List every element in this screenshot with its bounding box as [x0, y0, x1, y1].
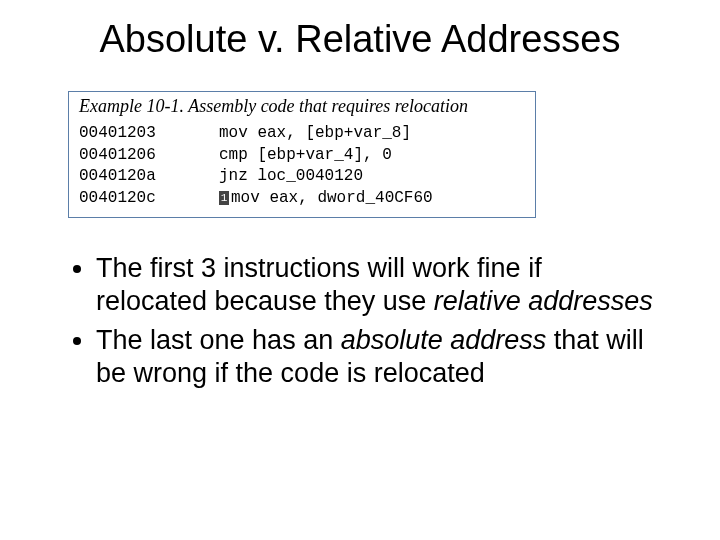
- code-example-box: Example 10-1. Assembly code that require…: [68, 91, 536, 218]
- slide: Absolute v. Relative Addresses Example 1…: [0, 0, 720, 540]
- bullet-item: The last one has an absolute address tha…: [96, 324, 660, 390]
- code-listing: 00401203 mov eax, [ebp+var_8] 00401206 c…: [79, 123, 525, 209]
- code-line: 00401203 mov eax, [ebp+var_8]: [79, 123, 525, 145]
- bullet-list: The first 3 instructions will work fine …: [72, 252, 660, 390]
- bullet-item: The first 3 instructions will work fine …: [96, 252, 660, 318]
- code-instruction: jnz loc_0040120: [219, 166, 363, 188]
- bullet-emphasis: relative addresses: [434, 286, 653, 316]
- code-instruction: cmp [ebp+var_4], 0: [219, 145, 392, 167]
- code-address: 0040120c: [79, 188, 219, 210]
- code-instruction-text: mov eax, dword_40CF60: [231, 189, 433, 207]
- callout-marker-icon: 1: [219, 191, 229, 205]
- code-instruction: 1mov eax, dword_40CF60: [219, 188, 433, 210]
- code-address: 00401203: [79, 123, 219, 145]
- code-caption: Example 10-1. Assembly code that require…: [79, 96, 525, 117]
- bullet-text: The last one has an: [96, 325, 341, 355]
- code-instruction: mov eax, [ebp+var_8]: [219, 123, 411, 145]
- code-line: 0040120c 1mov eax, dword_40CF60: [79, 188, 525, 210]
- bullet-emphasis: absolute address: [341, 325, 547, 355]
- slide-title: Absolute v. Relative Addresses: [0, 0, 720, 71]
- code-line: 00401206 cmp [ebp+var_4], 0: [79, 145, 525, 167]
- code-address: 00401206: [79, 145, 219, 167]
- code-line: 0040120a jnz loc_0040120: [79, 166, 525, 188]
- code-address: 0040120a: [79, 166, 219, 188]
